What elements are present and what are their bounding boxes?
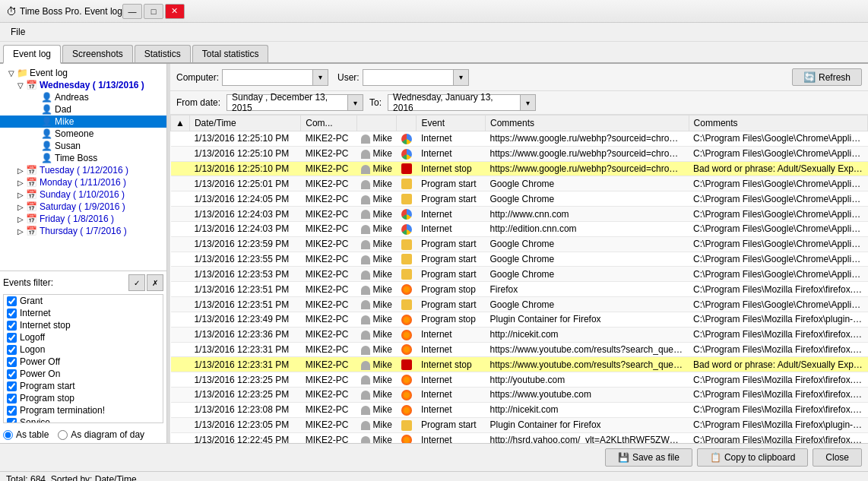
table-row[interactable]: 1/13/2016 12:23:36 PM MIKE2-PC Mike Inte… [171, 327, 868, 342]
close-button[interactable]: ✕ [165, 4, 185, 19]
table-row[interactable]: 1/13/2016 12:22:45 PM MIKE2-PC Mike Inte… [171, 432, 868, 443]
from-date-display[interactable]: Sunday , December 13, 2015 [227, 94, 348, 111]
col-header-sort[interactable]: ▲ [171, 116, 190, 131]
table-row[interactable]: 1/13/2016 12:23:31 PM MIKE2-PC Mike Inte… [171, 357, 868, 372]
tree-item-saturday[interactable]: ▷ 📅 Saturday ( 1/9/2016 ) [0, 201, 166, 213]
cell-user: Mike [356, 176, 397, 191]
table-row[interactable]: 1/13/2016 12:23:55 PM MIKE2-PC Mike Prog… [171, 252, 868, 267]
maximize-button[interactable]: □ [144, 4, 163, 19]
table-row[interactable]: 1/13/2016 12:23:53 PM MIKE2-PC Mike Prog… [171, 267, 868, 282]
cell-computer: MIKE2-PC [301, 342, 357, 357]
tab-statistics[interactable]: Statistics [135, 45, 191, 62]
tree-item-root[interactable]: ▽ 📁 Event log [0, 67, 166, 79]
tree-item-susan[interactable]: 👤 Susan [0, 140, 166, 152]
table-row[interactable]: 1/13/2016 12:24:05 PM MIKE2-PC Mike Prog… [171, 191, 868, 207]
table-row[interactable]: 1/13/2016 12:25:01 PM MIKE2-PC Mike Prog… [171, 176, 868, 191]
col-header-event[interactable]: Event [417, 116, 486, 131]
cell-sort [171, 297, 190, 312]
filter-item-logoff[interactable]: Logoff [4, 331, 163, 343]
computer-dropdown-arrow[interactable]: ▾ [313, 69, 328, 86]
tab-screenshots[interactable]: Screenshots [62, 45, 133, 62]
filter-item-program-stop[interactable]: Program stop [4, 392, 163, 404]
tree-item-mike[interactable]: 👤 Mike [0, 116, 166, 128]
cal-icon-fri: 📅 [26, 214, 37, 224]
expander-thu[interactable]: ▷ [15, 227, 26, 236]
expander-sat[interactable]: ▷ [15, 203, 26, 211]
cell-icon [397, 267, 417, 282]
to-date-calendar-button[interactable]: ▾ [521, 94, 536, 111]
minimize-button[interactable]: — [122, 4, 142, 19]
table-row[interactable]: 1/13/2016 12:25:10 PM MIKE2-PC Mike Inte… [171, 161, 868, 176]
table-row[interactable]: 1/13/2016 12:23:31 PM MIKE2-PC Mike Inte… [171, 342, 868, 357]
filter-item-power-on[interactable]: Power On [4, 368, 163, 380]
table-row[interactable]: 1/13/2016 12:23:08 PM MIKE2-PC Mike Inte… [171, 402, 868, 417]
col-header-comments1[interactable]: Comments [486, 116, 689, 131]
filter-item-grant[interactable]: Grant [4, 295, 163, 307]
tab-total-statistics[interactable]: Total statistics [192, 45, 269, 62]
table-row[interactable]: 1/13/2016 12:23:59 PM MIKE2-PC Mike Prog… [171, 236, 868, 252]
from-date-calendar-button[interactable]: ▾ [348, 94, 363, 111]
clipboard-icon: 📋 [710, 452, 721, 463]
cell-comment1: http://nicekit.com [486, 327, 689, 342]
expander-tue[interactable]: ▷ [15, 166, 26, 175]
menu-file[interactable]: File [6, 25, 30, 39]
expander-root[interactable]: ▽ [6, 69, 17, 78]
tree-item-thursday[interactable]: ▷ 📅 Thursday ( 1/7/2016 ) [0, 225, 166, 237]
tree-item-sunday[interactable]: ▷ 📅 Sunday ( 1/10/2016 ) [0, 188, 166, 201]
save-icon: 💾 [618, 452, 629, 463]
tree-item-friday[interactable]: ▷ 📅 Friday ( 1/8/2016 ) [0, 213, 166, 225]
filter-item-internet-stop[interactable]: Internet stop [4, 319, 163, 331]
save-as-file-button[interactable]: 💾 Save as file [605, 448, 692, 467]
expander-wed[interactable]: ▽ [15, 81, 26, 90]
table-row[interactable]: 1/13/2016 12:23:51 PM MIKE2-PC Mike Prog… [171, 297, 868, 312]
check-all-button[interactable]: ✓ [128, 274, 145, 291]
table-row[interactable]: 1/13/2016 12:23:05 PM MIKE2-PC Mike Prog… [171, 417, 868, 432]
close-button[interactable]: Close [813, 448, 862, 467]
view-as-diagram[interactable]: As diagram of day [58, 429, 144, 440]
filter-item-program-term[interactable]: Program termination! [4, 404, 163, 416]
tree-item-dad[interactable]: 👤 Dad [0, 103, 166, 116]
to-date-display[interactable]: Wednesday, January 13, 2016 [388, 94, 521, 111]
col-header-comments2[interactable]: Comments [689, 116, 867, 131]
filter-item-program-start[interactable]: Program start [4, 380, 163, 392]
tree-item-andreas[interactable]: 👤 Andreas [0, 91, 166, 103]
computer-select[interactable] [222, 69, 313, 86]
table-row[interactable]: 1/13/2016 12:25:10 PM MIKE2-PC Mike Inte… [171, 131, 868, 147]
close-label: Close [825, 452, 849, 463]
table-row[interactable]: 1/13/2016 12:23:25 PM MIKE2-PC Mike Inte… [171, 388, 868, 403]
col-header-datetime[interactable]: Date/Time [189, 116, 300, 131]
refresh-button[interactable]: 🔄 Refresh [792, 68, 862, 86]
table-row[interactable]: 1/13/2016 12:24:03 PM MIKE2-PC Mike Inte… [171, 207, 868, 222]
expander-fri[interactable]: ▷ [15, 215, 26, 223]
col-header-user[interactable] [356, 116, 397, 131]
tree-item-tuesday[interactable]: ▷ 📅 Tuesday ( 1/12/2016 ) [0, 164, 166, 176]
expander-sun[interactable]: ▷ [15, 191, 26, 199]
user-select[interactable] [363, 69, 454, 86]
filter-item-service[interactable]: Service [4, 416, 163, 423]
tree-item-wednesday[interactable]: ▽ 📅 Wednesday ( 1/13/2016 ) [0, 79, 166, 91]
tree-item-monday[interactable]: ▷ 📅 Monday ( 1/11/2016 ) [0, 176, 166, 188]
table-row[interactable]: 1/13/2016 12:23:25 PM MIKE2-PC Mike Inte… [171, 372, 868, 388]
tree-item-timeboss[interactable]: 👤 Time Boss [0, 152, 166, 164]
refresh-label: Refresh [819, 72, 851, 83]
user-dropdown-arrow[interactable]: ▾ [454, 69, 469, 86]
tree-item-someone[interactable]: 👤 Someone [0, 128, 166, 140]
main-content: ▽ 📁 Event log ▽ 📅 Wednesday ( 1/13/2016 … [0, 64, 868, 443]
filter-item-power-off[interactable]: Power Off [4, 356, 163, 368]
expander-mon[interactable]: ▷ [15, 179, 26, 187]
table-row[interactable]: 1/13/2016 12:23:51 PM MIKE2-PC Mike Prog… [171, 282, 868, 297]
cell-comment1: Google Chrome [486, 176, 689, 191]
uncheck-all-button[interactable]: ✗ [147, 274, 163, 291]
table-row[interactable]: 1/13/2016 12:23:49 PM MIKE2-PC Mike Prog… [171, 312, 868, 327]
filter-item-internet[interactable]: Internet [4, 307, 163, 319]
tab-event-log[interactable]: Event log [3, 45, 61, 64]
copy-to-clipboard-button[interactable]: 📋 Copy to clipboard [697, 448, 808, 467]
cell-datetime: 1/13/2016 12:25:10 PM [189, 161, 300, 176]
filter-item-logon[interactable]: Logon [4, 343, 163, 356]
tree-label-dad: Dad [55, 104, 71, 115]
col-header-computer[interactable]: Com... [301, 116, 357, 131]
table-row[interactable]: 1/13/2016 12:25:10 PM MIKE2-PC Mike Inte… [171, 146, 868, 161]
table-row[interactable]: 1/13/2016 12:24:03 PM MIKE2-PC Mike Inte… [171, 221, 868, 236]
view-as-table[interactable]: As table [3, 429, 49, 440]
cell-user: Mike [356, 327, 397, 342]
